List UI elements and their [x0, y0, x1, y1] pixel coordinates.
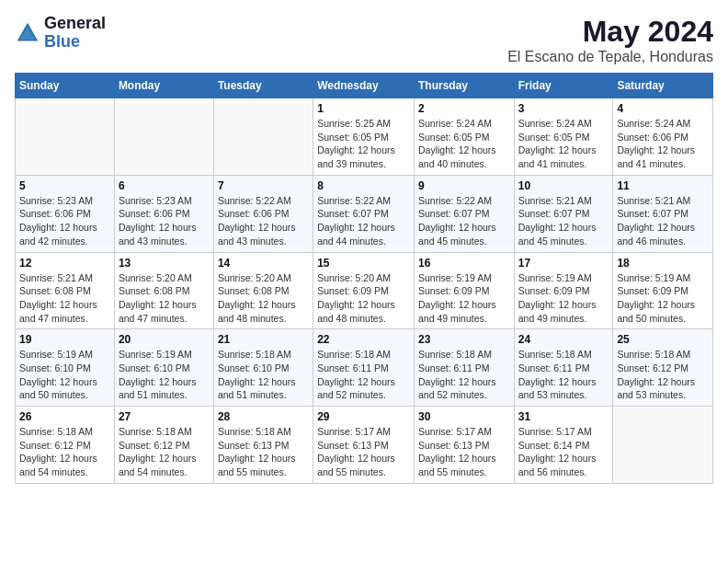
day-number: 29	[317, 410, 410, 423]
calendar-cell: 1Sunrise: 5:25 AM Sunset: 6:05 PM Daylig…	[313, 98, 415, 176]
calendar-cell: 25Sunrise: 5:18 AM Sunset: 6:12 PM Dayli…	[613, 329, 713, 407]
month-title: May 2024	[507, 15, 713, 49]
day-number: 25	[617, 333, 709, 346]
calendar-cell: 20Sunrise: 5:19 AM Sunset: 6:10 PM Dayli…	[114, 329, 213, 407]
day-info: Sunrise: 5:19 AM Sunset: 6:09 PM Dayligh…	[617, 271, 709, 326]
day-info: Sunrise: 5:22 AM Sunset: 6:07 PM Dayligh…	[418, 194, 510, 248]
calendar-cell: 23Sunrise: 5:18 AM Sunset: 6:11 PM Dayli…	[414, 329, 514, 407]
day-info: Sunrise: 5:18 AM Sunset: 6:10 PM Dayligh…	[218, 348, 309, 402]
day-number: 5	[19, 179, 110, 192]
calendar-cell: 27Sunrise: 5:18 AM Sunset: 6:12 PM Dayli…	[114, 407, 213, 484]
day-info: Sunrise: 5:21 AM Sunset: 6:07 PM Dayligh…	[518, 194, 609, 248]
calendar-header-tuesday: Tuesday	[213, 74, 313, 98]
calendar-cell: 6Sunrise: 5:23 AM Sunset: 6:06 PM Daylig…	[114, 175, 213, 252]
logo-blue: Blue	[44, 33, 106, 52]
day-info: Sunrise: 5:17 AM Sunset: 6:13 PM Dayligh…	[418, 425, 510, 479]
calendar-cell: 5Sunrise: 5:23 AM Sunset: 6:06 PM Daylig…	[16, 175, 115, 252]
day-info: Sunrise: 5:17 AM Sunset: 6:13 PM Dayligh…	[317, 425, 410, 479]
calendar-cell: 15Sunrise: 5:20 AM Sunset: 6:09 PM Dayli…	[313, 252, 415, 329]
day-number: 8	[317, 179, 410, 192]
calendar-cell: 2Sunrise: 5:24 AM Sunset: 6:05 PM Daylig…	[414, 98, 514, 176]
day-number: 26	[19, 410, 110, 423]
day-number: 14	[218, 257, 309, 270]
calendar-cell	[16, 98, 115, 176]
day-info: Sunrise: 5:20 AM Sunset: 6:08 PM Dayligh…	[218, 271, 309, 326]
calendar-header-saturday: Saturday	[613, 74, 713, 98]
calendar-week-row: 1Sunrise: 5:25 AM Sunset: 6:05 PM Daylig…	[16, 98, 713, 176]
calendar-body: 1Sunrise: 5:25 AM Sunset: 6:05 PM Daylig…	[16, 98, 713, 484]
day-info: Sunrise: 5:24 AM Sunset: 6:06 PM Dayligh…	[617, 117, 709, 171]
day-number: 7	[218, 179, 309, 192]
logo-general: General	[44, 15, 106, 33]
day-info: Sunrise: 5:23 AM Sunset: 6:06 PM Dayligh…	[119, 194, 210, 248]
day-info: Sunrise: 5:25 AM Sunset: 6:05 PM Dayligh…	[317, 117, 410, 171]
day-number: 30	[418, 410, 510, 423]
calendar-cell: 31Sunrise: 5:17 AM Sunset: 6:14 PM Dayli…	[514, 407, 613, 484]
day-number: 1	[317, 102, 410, 115]
day-info: Sunrise: 5:18 AM Sunset: 6:12 PM Dayligh…	[19, 425, 110, 479]
calendar-week-row: 5Sunrise: 5:23 AM Sunset: 6:06 PM Daylig…	[16, 175, 713, 252]
day-number: 20	[119, 333, 210, 346]
day-number: 27	[119, 410, 210, 423]
day-info: Sunrise: 5:18 AM Sunset: 6:13 PM Dayligh…	[218, 425, 309, 479]
day-number: 22	[317, 333, 410, 346]
location-title: El Escano de Tepale, Honduras	[507, 49, 713, 65]
day-number: 11	[617, 179, 709, 192]
day-info: Sunrise: 5:18 AM Sunset: 6:12 PM Dayligh…	[617, 348, 709, 402]
calendar-cell: 24Sunrise: 5:18 AM Sunset: 6:11 PM Dayli…	[514, 329, 613, 407]
calendar-cell: 21Sunrise: 5:18 AM Sunset: 6:10 PM Dayli…	[213, 329, 313, 407]
calendar-week-row: 12Sunrise: 5:21 AM Sunset: 6:08 PM Dayli…	[16, 252, 713, 329]
day-info: Sunrise: 5:19 AM Sunset: 6:09 PM Dayligh…	[518, 271, 609, 326]
day-number: 6	[119, 179, 210, 192]
calendar-cell	[213, 98, 313, 176]
day-number: 24	[518, 333, 609, 346]
calendar-cell: 22Sunrise: 5:18 AM Sunset: 6:11 PM Dayli…	[313, 329, 415, 407]
title-section: May 2024 El Escano de Tepale, Honduras	[507, 15, 713, 65]
day-info: Sunrise: 5:18 AM Sunset: 6:11 PM Dayligh…	[317, 348, 410, 402]
day-number: 17	[518, 257, 609, 270]
calendar-cell: 7Sunrise: 5:22 AM Sunset: 6:06 PM Daylig…	[213, 175, 313, 252]
day-info: Sunrise: 5:18 AM Sunset: 6:11 PM Dayligh…	[518, 348, 609, 402]
calendar-cell: 12Sunrise: 5:21 AM Sunset: 6:08 PM Dayli…	[16, 252, 115, 329]
day-info: Sunrise: 5:23 AM Sunset: 6:06 PM Dayligh…	[19, 194, 110, 248]
day-info: Sunrise: 5:19 AM Sunset: 6:09 PM Dayligh…	[418, 271, 510, 326]
calendar-cell: 28Sunrise: 5:18 AM Sunset: 6:13 PM Dayli…	[213, 407, 313, 484]
calendar-cell: 19Sunrise: 5:19 AM Sunset: 6:10 PM Dayli…	[16, 329, 115, 407]
day-number: 9	[418, 179, 510, 192]
day-number: 28	[218, 410, 309, 423]
day-info: Sunrise: 5:22 AM Sunset: 6:06 PM Dayligh…	[218, 194, 309, 248]
day-number: 13	[119, 257, 210, 270]
calendar-header-thursday: Thursday	[414, 74, 514, 98]
calendar-cell: 14Sunrise: 5:20 AM Sunset: 6:08 PM Dayli…	[213, 252, 313, 329]
calendar-week-row: 26Sunrise: 5:18 AM Sunset: 6:12 PM Dayli…	[16, 407, 713, 484]
day-number: 4	[617, 102, 709, 115]
day-number: 15	[317, 257, 410, 270]
calendar-header-monday: Monday	[114, 74, 213, 98]
day-info: Sunrise: 5:18 AM Sunset: 6:12 PM Dayligh…	[119, 425, 210, 479]
calendar-cell: 17Sunrise: 5:19 AM Sunset: 6:09 PM Dayli…	[514, 252, 613, 329]
calendar-cell: 16Sunrise: 5:19 AM Sunset: 6:09 PM Dayli…	[414, 252, 514, 329]
day-info: Sunrise: 5:18 AM Sunset: 6:11 PM Dayligh…	[418, 348, 510, 402]
day-info: Sunrise: 5:20 AM Sunset: 6:09 PM Dayligh…	[317, 271, 410, 326]
day-number: 18	[617, 257, 709, 270]
calendar-week-row: 19Sunrise: 5:19 AM Sunset: 6:10 PM Dayli…	[16, 329, 713, 407]
day-info: Sunrise: 5:22 AM Sunset: 6:07 PM Dayligh…	[317, 194, 410, 248]
day-number: 16	[418, 257, 510, 270]
calendar-cell: 30Sunrise: 5:17 AM Sunset: 6:13 PM Dayli…	[414, 407, 514, 484]
logo: General Blue	[15, 15, 106, 52]
day-number: 21	[218, 333, 309, 346]
day-info: Sunrise: 5:17 AM Sunset: 6:14 PM Dayligh…	[518, 425, 609, 479]
day-info: Sunrise: 5:24 AM Sunset: 6:05 PM Dayligh…	[518, 117, 609, 171]
calendar-cell: 29Sunrise: 5:17 AM Sunset: 6:13 PM Dayli…	[313, 407, 415, 484]
calendar-cell: 18Sunrise: 5:19 AM Sunset: 6:09 PM Dayli…	[613, 252, 713, 329]
calendar-cell	[613, 407, 713, 484]
logo-icon	[15, 20, 40, 46]
calendar-header-row: SundayMondayTuesdayWednesdayThursdayFrid…	[16, 74, 713, 98]
calendar-cell: 10Sunrise: 5:21 AM Sunset: 6:07 PM Dayli…	[514, 175, 613, 252]
logo-text: General Blue	[44, 15, 106, 52]
day-info: Sunrise: 5:19 AM Sunset: 6:10 PM Dayligh…	[119, 348, 210, 402]
day-info: Sunrise: 5:20 AM Sunset: 6:08 PM Dayligh…	[119, 271, 210, 326]
day-info: Sunrise: 5:19 AM Sunset: 6:10 PM Dayligh…	[19, 348, 110, 402]
calendar-cell: 4Sunrise: 5:24 AM Sunset: 6:06 PM Daylig…	[613, 98, 713, 176]
calendar-header-friday: Friday	[514, 74, 613, 98]
